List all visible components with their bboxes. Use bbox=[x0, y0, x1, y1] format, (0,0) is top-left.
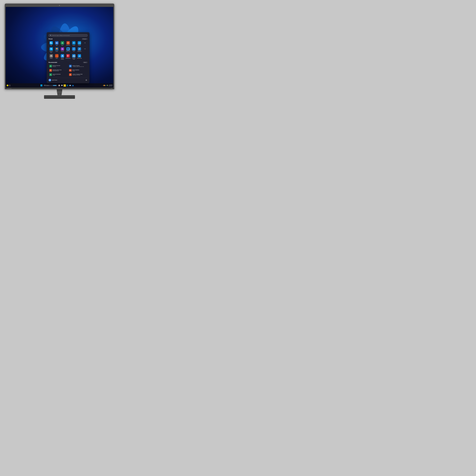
taskbar-pinned-apps: 🪟 💬 📁 🌐 📧 👥 bbox=[58, 84, 74, 87]
app-photos[interactable]: 🌄 Photos bbox=[54, 47, 59, 53]
windows-logo-icon bbox=[40, 85, 42, 86]
windows365-label: Windows 365 bbox=[77, 58, 82, 59]
app-windows365[interactable]: ☁ Windows 365 bbox=[77, 54, 82, 60]
remotedesktop-label: Remote Desktop bbox=[60, 58, 65, 60]
pinned-section-header: Pinned All apps › bbox=[49, 38, 87, 40]
clock-date[interactable]: 2:30 PM 2/28/2023 bbox=[109, 85, 112, 86]
phonelink-icon: 📱 bbox=[67, 47, 70, 51]
taskbar-app-windows[interactable]: 🪟 bbox=[58, 84, 60, 87]
app-entertainment[interactable]: ▶ Entertainment bbox=[66, 54, 71, 60]
tray-wifi-icon[interactable]: 📶 bbox=[103, 85, 105, 86]
more-apps2-icon: ••• bbox=[83, 47, 87, 51]
entertainment-icon: ▶ bbox=[67, 54, 70, 57]
tray-chevron-icon[interactable]: ∧ bbox=[102, 85, 103, 86]
app-contoso[interactable]: CS Contoso bbox=[77, 41, 82, 46]
app-sports[interactable]: 🏃 Sports bbox=[54, 54, 59, 60]
tray-speaker-icon[interactable]: 🔊 bbox=[105, 85, 106, 86]
app-msstore[interactable]: 🛍 Microsoft Store bbox=[49, 47, 54, 53]
settings-icon: ⚙ bbox=[50, 54, 53, 57]
app-remotedesktop[interactable]: 🖥 Remote Desktop bbox=[60, 54, 65, 60]
app-phonelink[interactable]: 📱 Phone Link bbox=[66, 47, 71, 53]
rec-word-icon: W bbox=[69, 65, 72, 67]
rec-marketing-text: Marketing Status Deck Marketing Weekly bbox=[52, 69, 67, 71]
contoso-icon: CS bbox=[78, 41, 81, 45]
onenote-label: OneNote bbox=[61, 51, 64, 52]
rec-brand-guidelines[interactable]: PDF Brand Guidelines 2h ago bbox=[68, 68, 87, 72]
tray-battery-icon[interactable]: 🔋 bbox=[107, 85, 108, 86]
recommended-grid: X Business Overview All Hands W Contoso … bbox=[49, 64, 87, 77]
app-outlook[interactable]: O Outlook bbox=[71, 41, 76, 46]
pinned-label: Pinned bbox=[49, 38, 52, 40]
recommended-section: Recommended More › X Business Overview A… bbox=[49, 62, 87, 77]
start-menu: 🔍 Search for apps, settings, and documen… bbox=[47, 32, 89, 83]
app-excel[interactable]: X Excel bbox=[60, 41, 65, 46]
outlook-icon: O bbox=[72, 41, 75, 45]
powerpoint-icon: P bbox=[67, 41, 70, 45]
edge-icon bbox=[50, 41, 53, 45]
taskbar-app-files[interactable]: 📁 bbox=[64, 84, 66, 87]
rec-contoso-proposal[interactable]: W Contoso Proposal ↗ Multiple people edi… bbox=[68, 64, 87, 68]
app-companyportal[interactable]: 🏢 Company Portal bbox=[71, 54, 76, 60]
taskbar-app-chat[interactable]: 💬 bbox=[61, 84, 63, 87]
app-onenote[interactable]: N OneNote bbox=[60, 47, 65, 53]
user-info[interactable]: JP Jack Purton bbox=[49, 79, 57, 81]
whiteboard-icon: 🖊 bbox=[78, 47, 81, 51]
recommended-header: Recommended More › bbox=[49, 62, 87, 63]
power-button[interactable]: ⏻ bbox=[85, 79, 87, 81]
rec-expense-worksheet[interactable]: X Expense Worksheet 4h ago bbox=[49, 73, 68, 77]
taskbar-left: 71°F Sunny bbox=[7, 85, 12, 86]
all-apps-button[interactable]: All apps › bbox=[82, 38, 87, 40]
thinkcentre-label: ThinkCentre bbox=[7, 88, 11, 89]
app-todo[interactable]: ✓ To Do bbox=[71, 47, 76, 53]
sports-icon: 🏃 bbox=[55, 54, 58, 57]
taskbar-search-icon: 🔍 bbox=[45, 85, 46, 86]
photos-icon: 🌄 bbox=[55, 47, 58, 51]
app-powerpoint[interactable]: P PowerPoint bbox=[66, 41, 71, 46]
sports-label: Sports bbox=[56, 58, 58, 59]
rec-contoso-text: Contoso Proposal ↗ Multiple people edite… bbox=[72, 65, 87, 67]
weather-widget[interactable]: 71°F Sunny bbox=[7, 85, 11, 86]
app-word[interactable]: W Word bbox=[54, 41, 59, 46]
word-icon: W bbox=[55, 41, 58, 45]
stand-base-area: Lenovo bbox=[44, 96, 75, 99]
phonelink-label: Phone Link bbox=[66, 51, 70, 52]
app-dots2[interactable]: ••• bbox=[83, 47, 87, 53]
more-button[interactable]: More › bbox=[83, 62, 87, 63]
user-footer: JP Jack Purton ⏻ bbox=[49, 78, 87, 81]
app-settings[interactable]: ⚙ Settings bbox=[49, 54, 54, 60]
pinned-apps-grid: Edge W Word X Excel P PowerPoint bbox=[49, 41, 87, 60]
excel-label: Excel bbox=[61, 45, 63, 46]
search-box[interactable]: 🔍 Search for apps, settings, and documen… bbox=[49, 34, 87, 37]
start-button[interactable] bbox=[40, 84, 43, 87]
weather-sun-icon bbox=[7, 85, 8, 86]
taskbar-app-outlook[interactable]: 📧 bbox=[69, 84, 71, 87]
taskbar-search[interactable]: 🔍 Search Contoso bbox=[43, 85, 58, 86]
weather-temp: 71°F bbox=[9, 85, 11, 85]
clock-time: 2:30 PM bbox=[109, 85, 112, 85]
sys-tray: ∧ 📶 🔊 🔋 bbox=[102, 85, 108, 86]
rec-brand-text: Brand Guidelines 2h ago bbox=[72, 69, 87, 71]
recommended-label: Recommended bbox=[49, 62, 57, 63]
msstore-label: Microsoft Store bbox=[49, 51, 53, 53]
rec-marketing-deck[interactable]: P Marketing Status Deck Marketing Weekly bbox=[49, 68, 68, 72]
camera-bar bbox=[6, 4, 113, 6]
rec-business-overview[interactable]: X Business Overview All Hands bbox=[49, 64, 68, 68]
rec-ppt-icon1: P bbox=[49, 69, 52, 72]
rec-excel-icon: X bbox=[49, 65, 52, 67]
rec-excel-icon2: X bbox=[49, 73, 52, 76]
edge-label: Edge bbox=[50, 45, 52, 46]
search-icon: 🔍 bbox=[50, 35, 51, 36]
remotedesktop-icon: 🖥 bbox=[61, 54, 64, 57]
weather-info: 71°F Sunny bbox=[9, 85, 11, 86]
todo-icon: ✓ bbox=[72, 47, 75, 51]
app-whiteboard[interactable]: 🖊 Whiteboard bbox=[77, 47, 82, 53]
contoso-badge: Contoso bbox=[53, 85, 56, 86]
photos-label: Photos bbox=[56, 51, 58, 52]
taskbar-app-teams[interactable]: 👥 bbox=[72, 84, 74, 87]
app-edge[interactable]: Edge bbox=[49, 41, 54, 46]
rec-expense-text: Expense Worksheet 4h ago bbox=[52, 74, 67, 76]
app-dots[interactable]: ••• bbox=[83, 41, 87, 46]
taskbar-app-edge[interactable]: 🌐 bbox=[66, 84, 69, 87]
excel-icon: X bbox=[61, 41, 64, 45]
rec-contoso-profile[interactable]: P Contoso Company Profile Yesterday at 1… bbox=[68, 73, 87, 77]
